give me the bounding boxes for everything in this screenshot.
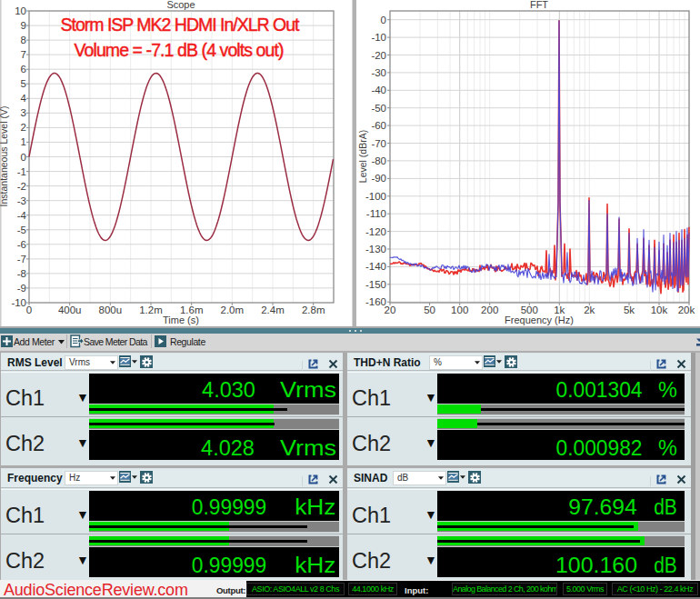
svg-text:-100: -100 (365, 191, 386, 202)
svg-text:Volume = -7.1 dB (4 volts out): Volume = -7.1 dB (4 volts out) (75, 40, 285, 60)
svg-text:0: 0 (26, 304, 32, 315)
svg-text:10k: 10k (651, 304, 668, 315)
svg-text:Frequency (Hz): Frequency (Hz) (505, 314, 574, 325)
svg-text:2.4m: 2.4m (261, 304, 285, 315)
svg-text:-150: -150 (365, 279, 386, 290)
svg-text:5k: 5k (624, 304, 635, 315)
svg-text:200: 200 (481, 304, 498, 315)
svg-text:-140: -140 (365, 261, 386, 272)
svg-text:-80: -80 (371, 155, 386, 166)
svg-text:-5: -5 (17, 225, 26, 235)
svg-text:FFT: FFT (530, 0, 548, 10)
svg-text:-40: -40 (371, 85, 386, 95)
svg-text:0: 0 (21, 152, 26, 163)
svg-text:-2: -2 (17, 181, 26, 192)
svg-text:4: 4 (21, 93, 27, 104)
svg-text:1: 1 (21, 136, 26, 147)
svg-text:-20: -20 (371, 50, 386, 61)
svg-text:Level (dBrA): Level (dBrA) (357, 130, 368, 183)
svg-text:Scope: Scope (166, 0, 195, 10)
svg-text:7: 7 (21, 49, 26, 60)
svg-text:-70: -70 (371, 138, 386, 149)
svg-text:-10: -10 (371, 32, 386, 43)
svg-text:Instantaneous Level (V): Instantaneous Level (V) (0, 106, 9, 207)
svg-text:2k: 2k (584, 304, 595, 315)
svg-text:-90: -90 (371, 173, 386, 184)
svg-text:2: 2 (21, 122, 26, 133)
svg-text:6: 6 (21, 64, 26, 75)
svg-text:-9: -9 (17, 283, 26, 294)
svg-text:-4: -4 (17, 210, 27, 221)
svg-text:800u: 800u (99, 304, 123, 315)
svg-text:100: 100 (451, 304, 468, 315)
svg-text:50: 50 (424, 304, 435, 315)
svg-text:5: 5 (21, 78, 26, 89)
svg-text:-60: -60 (371, 120, 386, 131)
svg-text:20: 20 (385, 304, 396, 315)
svg-text:2.8m: 2.8m (302, 304, 325, 315)
svg-text:20k: 20k (678, 304, 695, 315)
svg-text:-1: -1 (17, 166, 26, 177)
svg-text:2.0m: 2.0m (221, 304, 245, 315)
svg-text:-50: -50 (371, 103, 386, 114)
svg-text:9: 9 (21, 20, 26, 31)
svg-text:-6: -6 (17, 239, 26, 250)
svg-text:-3: -3 (17, 195, 26, 206)
svg-text:-130: -130 (365, 244, 386, 255)
svg-text:-10: -10 (11, 297, 26, 308)
svg-text:3: 3 (21, 107, 26, 118)
svg-text:10: 10 (15, 5, 26, 16)
svg-text:8: 8 (21, 35, 26, 45)
svg-text:0: 0 (381, 15, 386, 25)
svg-text:400u: 400u (58, 304, 82, 315)
svg-text:Time (s): Time (s) (163, 314, 199, 325)
svg-text:Storm ISP MK2 HDMI In/XLR Out: Storm ISP MK2 HDMI In/XLR Out (61, 15, 301, 35)
svg-text:-110: -110 (366, 208, 386, 219)
svg-text:1.2m: 1.2m (139, 304, 163, 315)
svg-text:-8: -8 (17, 268, 26, 279)
svg-text:-160: -160 (365, 296, 386, 307)
svg-text:-120: -120 (365, 226, 386, 237)
svg-text:-30: -30 (371, 67, 386, 78)
svg-text:-7: -7 (17, 254, 26, 265)
